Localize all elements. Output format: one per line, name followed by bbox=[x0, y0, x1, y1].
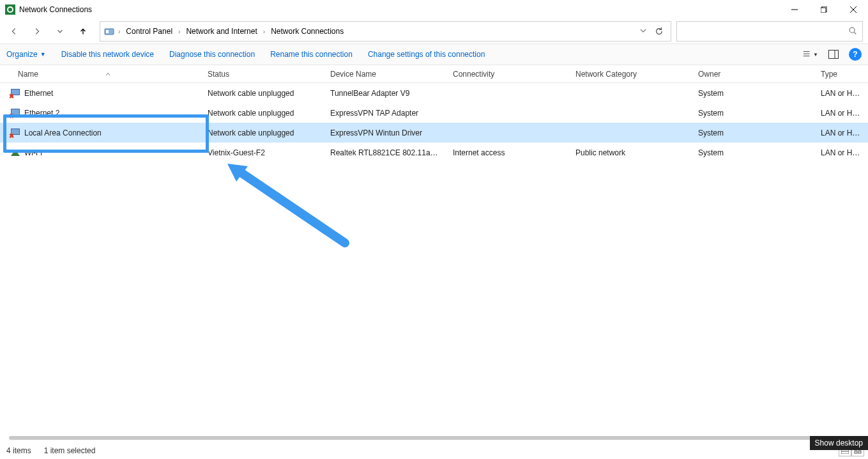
connection-row[interactable]: ✖Ethernet 2Network cable unpluggedExpres… bbox=[0, 103, 868, 123]
location-icon bbox=[104, 26, 114, 36]
breadcrumb-sep-icon[interactable]: › bbox=[262, 28, 266, 35]
search-icon[interactable] bbox=[848, 26, 857, 37]
change-label: Change settings of this connection bbox=[368, 50, 485, 59]
disable-device-cmd[interactable]: Disable this network device bbox=[61, 50, 154, 59]
svg-point-7 bbox=[849, 27, 855, 33]
col-device-label: Device Name bbox=[330, 70, 376, 79]
cell-network-category: Public network bbox=[569, 148, 692, 157]
annotation-arrow bbox=[224, 160, 351, 249]
preview-pane-button[interactable] bbox=[826, 47, 841, 62]
cell-status: Vietnix-Guest-F2 bbox=[201, 148, 324, 157]
breadcrumb-leaf[interactable]: Network Connections bbox=[269, 26, 346, 37]
up-button[interactable] bbox=[74, 22, 92, 40]
col-netcat-label: Network Category bbox=[575, 70, 637, 79]
breadcrumb-sep-icon[interactable]: › bbox=[177, 28, 181, 35]
cell-type: LAN or High-S bbox=[814, 128, 868, 137]
ethernet-adapter-icon: ✖ bbox=[10, 108, 20, 118]
cell-name: Wi-Fi bbox=[0, 148, 201, 158]
recent-locations-button[interactable] bbox=[51, 22, 69, 40]
nav-bar: › Control Panel › Network and Internet ›… bbox=[0, 19, 868, 43]
cell-owner: System bbox=[692, 148, 814, 157]
window-controls bbox=[780, 0, 868, 19]
rename-label: Rename this connection bbox=[270, 50, 353, 59]
search-input[interactable] bbox=[682, 27, 848, 36]
col-conn-label: Connectivity bbox=[453, 70, 494, 79]
connection-row[interactable]: Wi-FiVietnix-Guest-F2Realtek RTL8821CE 8… bbox=[0, 143, 868, 162]
cell-device: TunnelBear Adapter V9 bbox=[324, 89, 446, 98]
titlebar: Network Connections bbox=[0, 0, 868, 19]
horizontal-scrollbar[interactable] bbox=[9, 436, 859, 440]
cell-status: Network cable unplugged bbox=[201, 89, 324, 98]
organize-label: Organize bbox=[6, 50, 38, 59]
connection-name: Local Area Connection bbox=[24, 128, 102, 137]
back-button[interactable] bbox=[5, 22, 23, 40]
cell-device: Realtek RTL8821CE 802.11ac PCI... bbox=[324, 148, 446, 157]
cell-name: ✖Ethernet 2 bbox=[0, 108, 201, 118]
cell-owner: System bbox=[692, 89, 814, 98]
breadcrumb-mid[interactable]: Network and Internet bbox=[184, 26, 259, 37]
column-device[interactable]: Device Name bbox=[324, 70, 446, 79]
rename-cmd[interactable]: Rename this connection bbox=[270, 50, 353, 59]
connection-name: Ethernet bbox=[24, 89, 53, 98]
cell-owner: System bbox=[692, 109, 814, 118]
maximize-button[interactable] bbox=[809, 0, 839, 19]
connection-name: Wi-Fi bbox=[24, 148, 42, 157]
ethernet-adapter-icon: ✖ bbox=[10, 128, 20, 138]
refresh-button[interactable] bbox=[651, 24, 667, 39]
status-bar: 4 items 1 item selected bbox=[0, 442, 868, 459]
disable-label: Disable this network device bbox=[61, 50, 154, 59]
cell-type: LAN or High-S bbox=[814, 109, 868, 118]
column-status[interactable]: Status bbox=[201, 70, 324, 79]
connection-row[interactable]: ✖EthernetNetwork cable unpluggedTunnelBe… bbox=[0, 83, 868, 103]
minimize-button[interactable] bbox=[780, 0, 809, 19]
column-headers: Name Status Device Name Connectivity Net… bbox=[0, 65, 868, 83]
change-settings-cmd[interactable]: Change settings of this connection bbox=[368, 50, 485, 59]
chevron-down-icon: ▼ bbox=[813, 52, 818, 58]
view-options-button[interactable]: ▼ bbox=[803, 47, 818, 62]
cell-status: Network cable unplugged bbox=[201, 109, 324, 118]
chevron-down-icon: ▼ bbox=[40, 51, 46, 58]
svg-marker-15 bbox=[227, 164, 248, 182]
column-type[interactable]: Type bbox=[814, 70, 868, 79]
cell-device: ExpressVPN Wintun Driver bbox=[324, 128, 446, 137]
address-bar[interactable]: › Control Panel › Network and Internet ›… bbox=[100, 21, 671, 42]
sort-ascending-icon bbox=[105, 70, 112, 78]
address-dropdown-icon[interactable] bbox=[637, 27, 649, 36]
command-bar: Organize▼ Disable this network device Di… bbox=[0, 43, 868, 65]
column-owner[interactable]: Owner bbox=[692, 70, 814, 79]
status-selected-count: 1 item selected bbox=[44, 446, 96, 455]
svg-rect-21 bbox=[855, 451, 857, 453]
connection-row[interactable]: ✖Local Area ConnectionNetwork cable unpl… bbox=[0, 123, 868, 143]
cell-connectivity: Internet access bbox=[446, 148, 569, 157]
cell-name: ✖Ethernet bbox=[0, 88, 201, 98]
diagnose-cmd[interactable]: Diagnose this connection bbox=[169, 50, 255, 59]
cell-owner: System bbox=[692, 128, 814, 137]
window-title: Network Connections bbox=[19, 5, 92, 14]
search-box[interactable] bbox=[676, 21, 863, 42]
column-network-category[interactable]: Network Category bbox=[569, 70, 692, 79]
close-button[interactable] bbox=[839, 0, 868, 19]
column-connectivity[interactable]: Connectivity bbox=[446, 70, 569, 79]
cell-type: LAN or High-S bbox=[814, 148, 868, 157]
svg-line-8 bbox=[854, 32, 856, 34]
tooltip-text: Show desktop bbox=[815, 439, 863, 447]
col-status-label: Status bbox=[208, 70, 229, 79]
svg-rect-12 bbox=[829, 51, 839, 59]
connection-name: Ethernet 2 bbox=[24, 109, 59, 118]
ethernet-adapter-icon: ✖ bbox=[10, 88, 20, 98]
cell-device: ExpressVPN TAP Adapter bbox=[324, 109, 446, 118]
forward-button[interactable] bbox=[28, 22, 46, 40]
column-name[interactable]: Name bbox=[0, 70, 201, 79]
help-button[interactable]: ? bbox=[849, 48, 862, 61]
breadcrumb-root[interactable]: Control Panel bbox=[124, 26, 174, 37]
svg-rect-6 bbox=[106, 30, 109, 33]
disconnected-overlay-icon: ✖ bbox=[9, 113, 14, 118]
cell-type: LAN or High-S bbox=[814, 89, 868, 98]
breadcrumb-sep-icon[interactable]: › bbox=[117, 28, 121, 35]
svg-rect-22 bbox=[858, 451, 861, 453]
cell-name: ✖Local Area Connection bbox=[0, 128, 201, 138]
organize-menu[interactable]: Organize▼ bbox=[6, 50, 46, 59]
show-desktop-tooltip: Show desktop bbox=[810, 436, 868, 450]
connections-list: ✖EthernetNetwork cable unpluggedTunnelBe… bbox=[0, 83, 868, 162]
help-glyph: ? bbox=[853, 50, 857, 59]
